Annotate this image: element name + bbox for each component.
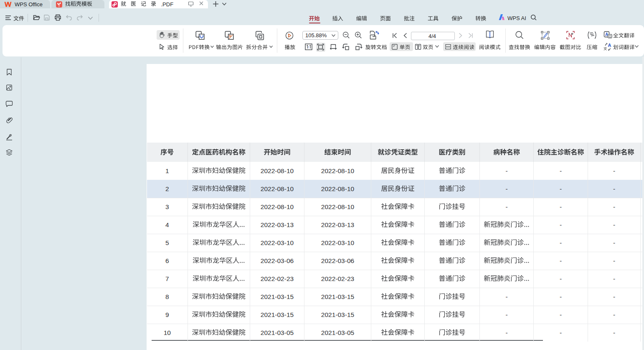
svg-text:A: A: [605, 32, 608, 37]
svg-text:A: A: [608, 43, 611, 48]
